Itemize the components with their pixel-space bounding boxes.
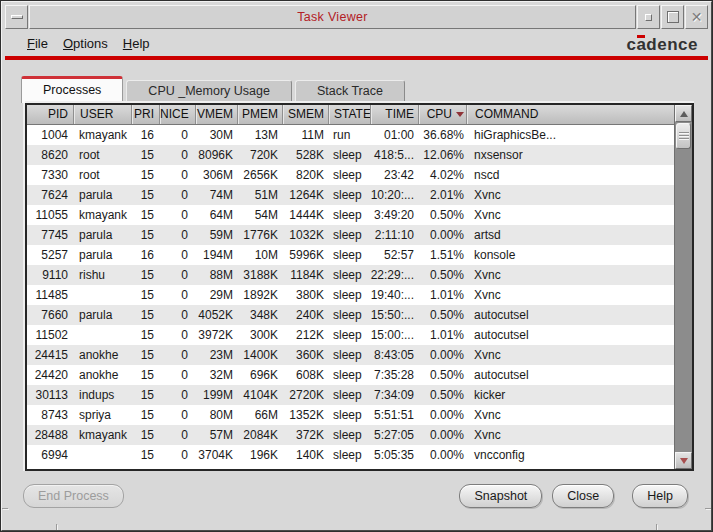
titlebar[interactable]: Task Viewer ✕ <box>5 5 708 29</box>
cell-pid: 24415 <box>27 345 73 365</box>
process-row-7330[interactable]: 7330root150306M2656K820Ksleep23:424.02%n… <box>27 165 674 185</box>
cell-pid: 8620 <box>27 145 73 165</box>
cell-vmem: 23M <box>195 345 237 365</box>
process-row-8743[interactable]: 8743spriya15080M66M1352Ksleep5:51:510.00… <box>27 405 674 425</box>
process-row-11502[interactable]: 115021503972K300K212Ksleep15:00:...1.01%… <box>27 325 674 345</box>
cell-time: 52:57 <box>370 245 418 265</box>
column-header-smem[interactable]: SMEM <box>282 105 328 124</box>
cell-cpu: 12.06% <box>418 145 466 165</box>
process-row-9110[interactable]: 9110rishu15088M3188K1184Ksleep22:29:...0… <box>27 265 674 285</box>
process-row-24420[interactable]: 24420anokhe15032M696K608Ksleep7:35:280.5… <box>27 365 674 385</box>
cell-pri: 16 <box>131 245 159 265</box>
minimize-button[interactable] <box>637 5 660 29</box>
menu-help[interactable]: Help <box>123 36 150 51</box>
cell-pmem: 2084K <box>237 425 282 445</box>
process-row-24415[interactable]: 24415anokhe15023M1400K360Ksleep8:43:050.… <box>27 345 674 365</box>
window-menu-button[interactable] <box>5 5 28 29</box>
cell-state: sleep <box>328 365 370 385</box>
cell-pri: 15 <box>131 285 159 305</box>
vertical-scrollbar[interactable] <box>674 105 692 469</box>
process-row-11055[interactable]: 11055kmayank15064M54M1444Ksleep3:49:200.… <box>27 205 674 225</box>
column-header-time[interactable]: TIME <box>370 105 418 124</box>
cell-vmem: 57M <box>195 425 237 445</box>
cell-user <box>73 445 131 465</box>
cell-smem: 820K <box>282 165 328 185</box>
cell-smem: 1032K <box>282 225 328 245</box>
end-process-button[interactable]: End Process <box>23 484 124 508</box>
cell-nice: 0 <box>159 425 195 445</box>
column-header-pid[interactable]: PID <box>27 105 73 124</box>
process-row-1004[interactable]: 1004kmayank16030M13M11Mrun01:0036.68%hiG… <box>27 125 674 145</box>
scroll-down-button[interactable] <box>675 452 692 469</box>
cell-state: sleep <box>328 325 370 345</box>
cell-command: hiGraphicsBe... <box>466 125 674 145</box>
cell-command: autocutsel <box>466 325 674 345</box>
maximize-button[interactable] <box>661 5 684 29</box>
titlebar-drag-area[interactable]: Task Viewer <box>29 5 636 29</box>
process-row-8620[interactable]: 8620root1508096K720K528Ksleep418:5...12.… <box>27 145 674 165</box>
cell-command: Xvnc <box>466 185 674 205</box>
process-row-7745[interactable]: 7745parula15059M1776K1032Ksleep2:11:100.… <box>27 225 674 245</box>
cell-time: 7:35:28 <box>370 365 418 385</box>
cell-nice: 0 <box>159 245 195 265</box>
cell-vmem: 8096K <box>195 145 237 165</box>
close-window-button[interactable]: ✕ <box>685 5 708 29</box>
cell-vmem: 74M <box>195 185 237 205</box>
column-header-pmem[interactable]: PMEM <box>237 105 282 124</box>
table-header-row: PIDUSERPRINICEVMEMPMEMSMEMSTATETIMECPUCO… <box>27 105 674 125</box>
scrollbar-track[interactable] <box>675 150 692 452</box>
cell-time: 418:5... <box>370 145 418 165</box>
column-header-cpu[interactable]: CPU <box>418 105 466 124</box>
process-row-28488[interactable]: 28488kmayank15057M2084K372Ksleep5:27:050… <box>27 425 674 445</box>
cell-pri: 15 <box>131 205 159 225</box>
cell-user: anokhe <box>73 345 131 365</box>
cell-time: 22:29:... <box>370 265 418 285</box>
cell-user: kmayank <box>73 205 131 225</box>
cadence-logo: cadence <box>626 33 698 55</box>
column-header-state[interactable]: STATE <box>328 105 370 124</box>
menu-file[interactable]: File <box>27 36 48 51</box>
tab-stack-trace[interactable]: Stack Trace <box>295 80 405 103</box>
frame-resize-groove <box>56 524 57 530</box>
cell-pid: 7745 <box>27 225 73 245</box>
column-header-nice[interactable]: NICE <box>159 105 195 124</box>
cell-vmem: 3972K <box>195 325 237 345</box>
cell-pid: 7330 <box>27 165 73 185</box>
menu-options[interactable]: Options <box>63 36 108 51</box>
cell-smem: 5996K <box>282 245 328 265</box>
process-row-7624[interactable]: 7624parula15074M51M1264Ksleep10:20:...2.… <box>27 185 674 205</box>
cell-time: 15:50:... <box>370 305 418 325</box>
cell-cpu: 2.01% <box>418 185 466 205</box>
tab-processes[interactable]: Processes <box>21 76 123 103</box>
cell-nice: 0 <box>159 165 195 185</box>
process-table: PIDUSERPRINICEVMEMPMEMSMEMSTATETIMECPUCO… <box>25 103 694 471</box>
cell-cpu: 0.50% <box>418 305 466 325</box>
tab-cpu-memory-usage[interactable]: CPU _Memory Usage <box>126 80 292 103</box>
close-dialog-button[interactable]: Close <box>552 484 614 508</box>
window-title: Task Viewer <box>297 10 367 24</box>
column-header-command[interactable]: COMMAND <box>466 105 674 124</box>
scroll-up-button[interactable] <box>675 105 692 122</box>
process-row-5257[interactable]: 5257parula160194M10M5996Ksleep52:571.51%… <box>27 245 674 265</box>
column-header-vmem[interactable]: VMEM <box>195 105 237 124</box>
cell-command: vncconfig <box>466 445 674 465</box>
process-row-11485[interactable]: 1148515029M1892K380Ksleep19:40:...1.01%X… <box>27 285 674 305</box>
column-header-user[interactable]: USER <box>73 105 131 124</box>
snapshot-button[interactable]: Snapshot <box>459 484 542 508</box>
cell-vmem: 199M <box>195 385 237 405</box>
cell-vmem: 4052K <box>195 305 237 325</box>
cell-smem: 1264K <box>282 185 328 205</box>
cell-smem: 240K <box>282 305 328 325</box>
cell-vmem: 59M <box>195 225 237 245</box>
process-row-6994[interactable]: 69941503704K196K140Ksleep5:05:350.00%vnc… <box>27 445 674 465</box>
process-row-30113[interactable]: 30113indups150199M4104K2720Ksleep7:34:09… <box>27 385 674 405</box>
column-header-pri[interactable]: PRI <box>131 105 159 124</box>
cell-cpu: 0.00% <box>418 445 466 465</box>
cell-user: anokhe <box>73 365 131 385</box>
scrollbar-thumb[interactable] <box>676 123 691 149</box>
help-button[interactable]: Help <box>632 484 688 508</box>
cell-state: sleep <box>328 225 370 245</box>
cell-command: Xvnc <box>466 345 674 365</box>
cell-pri: 15 <box>131 185 159 205</box>
process-row-7660[interactable]: 7660parula1504052K348K240Ksleep15:50:...… <box>27 305 674 325</box>
